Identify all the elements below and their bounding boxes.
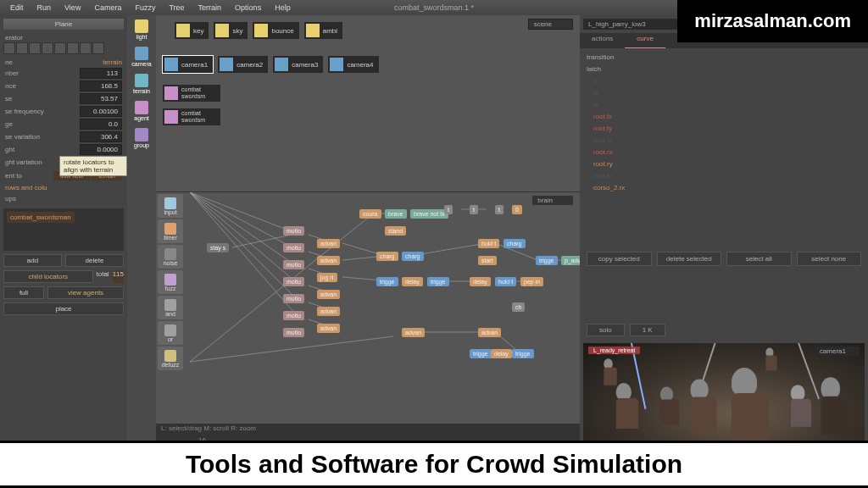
curve-list-item[interactable]: root.rz [587, 170, 861, 182]
curve-list-item[interactable]: tx [587, 75, 861, 87]
brain-node[interactable]: advan [317, 256, 340, 265]
curve-list-item[interactable]: root.ry [587, 158, 861, 170]
brain-node[interactable]: delay [491, 349, 512, 358]
curve-list-item[interactable]: root.rx [587, 147, 861, 158]
view-agents-button[interactable]: view agents [47, 286, 124, 299]
curve-list-item[interactable]: ty [587, 87, 861, 99]
child-locators-button[interactable]: child locators [3, 270, 93, 283]
tool-icon[interactable] [42, 42, 53, 54]
tab-actions[interactable]: actions [580, 33, 625, 48]
ik-button[interactable]: 1 K [630, 324, 665, 336]
brain-node[interactable]: advan [317, 290, 340, 299]
brain-node[interactable]: brave not br [410, 209, 448, 219]
brain-node[interactable]: advan [317, 307, 340, 316]
full-dropdown[interactable]: full [3, 286, 44, 299]
menu-help[interactable]: Help [268, 3, 298, 12]
curve-list-item[interactable]: root.tz [587, 135, 861, 147]
menu-fuzzy[interactable]: Fuzzy [128, 3, 162, 12]
prop-value[interactable]: 306.4 [80, 131, 122, 142]
scene-node-camera[interactable]: camera4 [328, 56, 378, 73]
brain-node[interactable]: delay [402, 277, 423, 286]
select-all-button[interactable]: select all [726, 252, 792, 266]
brain-node[interactable]: trigge [470, 349, 492, 358]
place-button[interactable]: place [3, 302, 124, 315]
brain-node[interactable]: stay s [207, 243, 229, 252]
brain-node[interactable]: t [495, 205, 504, 214]
select-none-button[interactable]: select none [797, 252, 862, 266]
brain-node[interactable]: stand [385, 226, 406, 236]
brain-node[interactable]: 0 [512, 205, 522, 214]
palette-light[interactable]: light [129, 17, 154, 42]
menu-options[interactable]: Options [228, 3, 268, 12]
curve-list-item[interactable]: transition [587, 52, 861, 64]
brain-node[interactable]: trigge [512, 349, 534, 358]
list-item[interactable]: combat_swordsman [7, 212, 75, 223]
delete-button[interactable]: delete [65, 254, 124, 267]
brain-graph[interactable]: brain input timer noise fuzz and or defu… [156, 191, 580, 424]
brain-node[interactable]: advan [478, 328, 501, 337]
brain-node[interactable]: hold t [478, 239, 499, 248]
scene-node-camera[interactable]: camera1 [163, 56, 213, 73]
menu-edit[interactable]: Edit [3, 3, 31, 12]
brain-node[interactable]: motio [283, 260, 304, 269]
menu-view[interactable]: View [58, 3, 87, 12]
prop-value[interactable]: 113 [80, 68, 122, 79]
curve-list-item[interactable]: root.tx [587, 111, 861, 123]
palette-group[interactable]: group [129, 125, 154, 151]
prop-value[interactable]: 0.00100 [80, 106, 122, 117]
menu-terrain[interactable]: Terrain [192, 3, 229, 12]
delete-selected-button[interactable]: delete selected [657, 252, 722, 266]
scene-dropdown[interactable]: scene [528, 19, 573, 30]
brain-node[interactable]: start [478, 256, 497, 265]
brain-node[interactable]: coura [359, 209, 381, 219]
brain-node[interactable]: p_adv [561, 256, 580, 265]
copy-selected-button[interactable]: copy selected [587, 252, 652, 266]
tool-icon[interactable] [67, 42, 79, 54]
tool-icon[interactable] [54, 42, 66, 54]
scene-node-light[interactable]: sky [214, 22, 248, 39]
scene-node-camera[interactable]: camera3 [273, 56, 323, 73]
brain-node[interactable]: motio [283, 328, 304, 337]
curve-list-item[interactable]: corso_2.rx [587, 182, 861, 194]
prop-value[interactable]: 0.0000 [80, 144, 122, 155]
brain-node[interactable]: motio [283, 226, 304, 236]
scene-node-agent[interactable]: combat swordsm [163, 85, 220, 102]
brain-node[interactable]: motio [283, 311, 304, 320]
brain-node[interactable]: jog rt [317, 273, 337, 282]
tool-icon[interactable] [80, 42, 92, 54]
scene-graph[interactable]: scene key sky bounce ambi camera1 camera… [156, 15, 580, 191]
brain-node[interactable]: advan [317, 239, 340, 248]
curve-list-item[interactable]: root.ty [587, 123, 861, 135]
viewport-camera-dropdown[interactable]: camera1 [815, 347, 860, 356]
menu-camera[interactable]: Camera [87, 3, 128, 12]
tool-icon[interactable] [92, 42, 104, 54]
brain-node[interactable]: advan [317, 324, 340, 333]
add-button[interactable]: add [3, 254, 62, 267]
curve-list-item[interactable]: latch [587, 64, 861, 75]
scene-node-agent[interactable]: combat swordsm [163, 108, 220, 125]
palette-terrain[interactable]: terrain [129, 71, 154, 97]
3d-viewport[interactable]: L_ready_retreat camera1 [583, 343, 865, 444]
brain-node[interactable]: t [444, 205, 453, 214]
brain-node[interactable]: delay [470, 277, 491, 286]
brain-node[interactable]: charg [504, 239, 526, 248]
brain-node[interactable]: t [470, 205, 478, 214]
brain-node[interactable]: charg [402, 252, 424, 261]
scene-node-camera[interactable]: camera2 [218, 56, 268, 73]
prop-link[interactable]: terrain [103, 58, 122, 66]
tab-curve[interactable]: curve [625, 33, 665, 48]
solo-button[interactable]: solo [587, 324, 625, 336]
menu-tree[interactable]: Tree [162, 3, 191, 12]
brain-node[interactable]: trigge [427, 277, 449, 286]
brain-node[interactable]: trigge [536, 256, 558, 265]
tool-icon[interactable] [3, 42, 15, 54]
brain-node[interactable]: hold t [495, 277, 516, 286]
tool-icon[interactable] [16, 42, 28, 54]
tool-icon[interactable] [29, 42, 41, 54]
prop-value[interactable]: 53.57 [80, 93, 122, 104]
prop-value[interactable]: 0.0 [80, 119, 122, 130]
palette-camera[interactable]: camera [129, 44, 154, 69]
brain-node[interactable]: brave [385, 209, 407, 219]
brain-node[interactable]: pep in [520, 277, 543, 286]
scene-node-light[interactable]: bounce [253, 22, 298, 39]
